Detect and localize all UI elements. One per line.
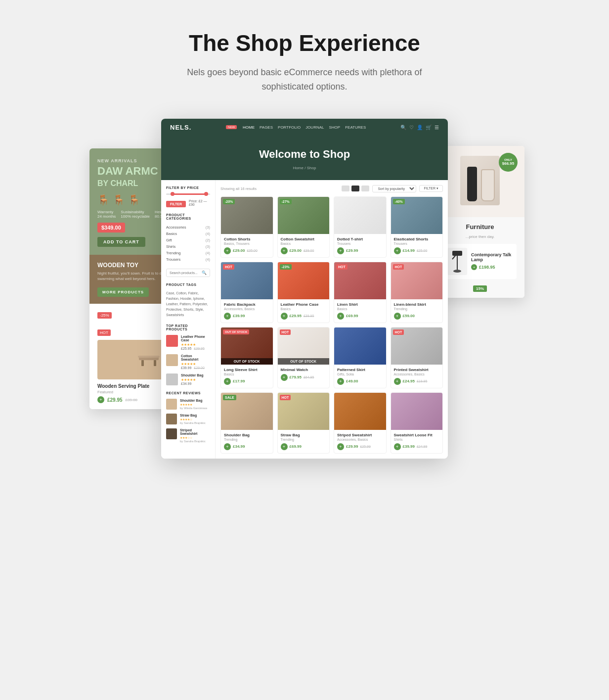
category-name: Accessories xyxy=(166,225,186,230)
add-to-cart-btn[interactable]: + xyxy=(224,247,231,254)
out-of-stock-overlay: OUT OF STOCK xyxy=(221,358,273,365)
list-view-btn[interactable] xyxy=(342,186,349,191)
user-icon[interactable]: 👤 xyxy=(417,125,423,130)
search-input[interactable] xyxy=(170,271,202,275)
bottle-shape xyxy=(467,167,477,201)
category-shirts[interactable]: Shirts (3) xyxy=(166,243,210,250)
product-card-elasticated-shorts[interactable]: -40% Elasticated Shorts Trousers + £14.9… xyxy=(391,196,443,258)
top-product-shoulder[interactable]: Shoulder Bag ★★★★★ £34.99 xyxy=(166,373,210,385)
price-handle-right[interactable] xyxy=(204,192,208,196)
old-price: £35.00 xyxy=(247,249,257,252)
add-to-cart-btn[interactable]: + xyxy=(224,443,231,450)
product-category: Accessories, Basics xyxy=(224,307,270,311)
search-icon[interactable]: 🔍 xyxy=(400,125,406,130)
search-box[interactable]: 🔍 xyxy=(166,269,210,277)
filter-btn-main[interactable]: FILTER ▾ xyxy=(419,185,443,192)
product-price: + £24.95 £19.95 xyxy=(394,378,440,385)
product-card-phone-case[interactable]: -23% Leather Phone Case Basics + £29.95 … xyxy=(277,262,330,323)
add-to-cart-btn[interactable]: + xyxy=(394,378,401,385)
add-btn[interactable]: + xyxy=(97,396,104,403)
category-trousers[interactable]: Trousers (4) xyxy=(166,256,210,263)
wishlist-icon[interactable]: ♡ xyxy=(409,125,414,130)
svg-rect-3 xyxy=(138,356,160,358)
lamp-image xyxy=(447,248,467,275)
product-card-striped-sweatshirt[interactable]: Striped Sweatshirt Accessories, Basics +… xyxy=(334,392,387,454)
top-product-image xyxy=(166,373,178,385)
add-to-cart-btn[interactable]: + xyxy=(281,443,288,450)
add-to-cart-button[interactable]: ADD TO CART xyxy=(97,237,145,247)
menu-icon[interactable]: ☰ xyxy=(435,125,439,130)
product-card-shoulder-bag[interactable]: SALE Shoulder Bag Trending + £34.99 xyxy=(220,392,273,454)
add-to-cart-btn[interactable]: + xyxy=(394,443,401,450)
filter-button[interactable]: FILTER xyxy=(166,201,186,207)
product-info: Leather Phone Case Basics + £29.95 £39.9… xyxy=(278,299,330,323)
product-info: Shoulder Bag Trending + £34.99 xyxy=(221,430,273,453)
product-card-printed-sweatshirt[interactable]: HOT Printed Sweatshirt Accessories, Basi… xyxy=(391,327,443,388)
product-price: + £29.99 £25.99 xyxy=(337,443,383,450)
add-to-cart-btn[interactable]: + xyxy=(224,313,231,320)
product-name: Leather Phone Case xyxy=(281,302,327,307)
cart-icon[interactable]: 🛒 xyxy=(426,125,432,130)
nav-portfolio[interactable]: PORTFOLIO xyxy=(278,125,301,130)
nav-pages[interactable]: PAGES xyxy=(260,125,273,130)
add-to-cart-btn[interactable]: + xyxy=(281,247,288,254)
add-to-cart-btn[interactable]: + xyxy=(281,374,288,381)
add-to-cart-btn[interactable]: + xyxy=(281,313,288,320)
right-card: ONLY $66.95 Furniture ...price then day. xyxy=(435,146,524,298)
price-filter: FILTER BY PRICE FILTER Price: £2 — £90 xyxy=(166,186,210,207)
compact-view-btn[interactable] xyxy=(361,186,369,191)
product-price: + £69.99 xyxy=(337,313,383,320)
tags-section: PRODUCT TAGS Case, Cotton, Fabric, Fashi… xyxy=(166,283,210,318)
lamp-name: Contemporary Talk Lamp xyxy=(471,252,513,262)
product-card-linen-skirt[interactable]: HOT Linen-blend Skirt Trending + £59.00 xyxy=(391,262,443,323)
product-card-linen-shirt[interactable]: HOT Linen Shirt Basics + £69.99 xyxy=(334,262,387,323)
product-name: Long Sleeve Shirt xyxy=(224,368,270,372)
more-products-button[interactable]: MORE PRODUCTS xyxy=(97,287,149,297)
sort-select[interactable]: Sort by popularity xyxy=(372,185,416,192)
nav-journal[interactable]: JOURNAL xyxy=(305,125,324,130)
recent-reviews-section: RECENT REVIEWS Shoulder Bag ★★★★★ by Win… xyxy=(166,391,210,443)
product-image: HOT xyxy=(391,262,443,299)
add-to-cart-btn[interactable]: + xyxy=(394,247,401,254)
product-category: Shirts xyxy=(394,438,440,441)
price-handle-left[interactable] xyxy=(171,192,174,196)
grid-view-btn[interactable] xyxy=(351,186,359,191)
add-to-cart-btn[interactable]: + xyxy=(224,378,231,385)
nav-home[interactable]: HOME xyxy=(243,125,255,130)
top-product-sweatshirt[interactable]: Cotton Sweatshirt ★★★★★ £39.99 £29.00 xyxy=(166,354,210,370)
product-card-watch[interactable]: HOT OUT OF STOCK Minimal Watch + £79.95 … xyxy=(277,327,330,388)
current-price: £17.99 xyxy=(233,379,245,383)
old-price: £39.95 xyxy=(304,314,314,318)
product-card-cotton-shorts[interactable]: -20% Cotton Shorts Basics, Trousers + £2… xyxy=(220,196,273,258)
product-card-patterned-skirt[interactable]: Patterned Skirt Gifts, Solia + £49.00 xyxy=(334,327,387,388)
category-gift[interactable]: Gift (2) xyxy=(166,237,210,243)
add-to-cart-btn[interactable]: + xyxy=(337,247,344,254)
nav-features[interactable]: FEATURES xyxy=(345,125,366,130)
add-to-cart-btn[interactable]: + xyxy=(394,313,401,320)
product-card-straw-bag[interactable]: HOT Straw Bag Trending + £69.99 xyxy=(277,392,330,454)
nav-items: NEW HOME PAGES PORTFOLIO JOURNAL SHOP FE… xyxy=(226,125,366,130)
chair-icon-2: 🪑 xyxy=(113,194,125,206)
product-name: Dotted T-shirt xyxy=(337,237,383,241)
product-card-long-sleeve[interactable]: OUT OF STOCK OUT OF STOCK Long Sleeve Sh… xyxy=(220,327,273,388)
product-card-cotton-sweatshirt[interactable]: -27% Cotton Sweatshirt Basics + £29.00 £… xyxy=(277,196,330,258)
category-accessories[interactable]: Accessories (3) xyxy=(166,224,210,231)
svg-rect-2 xyxy=(154,360,156,366)
add-lamp-btn[interactable]: + xyxy=(471,264,477,270)
product-price: + £29.00 £35.00 xyxy=(224,247,270,254)
price-slider-track[interactable] xyxy=(166,193,210,195)
product-image: SALE xyxy=(221,393,273,430)
nav-shop[interactable]: SHOP xyxy=(329,125,340,130)
lamp-product-card[interactable]: Contemporary Talk Lamp + £198.95 xyxy=(443,244,517,279)
product-card-backpack[interactable]: HOT Fabric Backpack Accessories, Basics … xyxy=(220,262,273,323)
shop-hero-title: Welcome to Shop xyxy=(171,148,438,161)
add-to-cart-btn[interactable]: + xyxy=(337,313,344,320)
top-product-leather[interactable]: Leather Phone Case ★★★★★ £25.95 £39.95 xyxy=(166,335,210,350)
product-card-sweatshirt-loose[interactable]: Sweatshirt Loose Fit Shirts + £39.99 £24… xyxy=(391,392,443,454)
product-card-dotted-tshirt[interactable]: Dotted T-shirt Trousers + £29.99 xyxy=(334,196,387,258)
product-category: Accessories, Basics xyxy=(394,373,440,376)
category-basics[interactable]: Basics (4) xyxy=(166,231,210,237)
add-to-cart-btn[interactable]: + xyxy=(337,378,344,385)
category-trending[interactable]: Trending (4) xyxy=(166,250,210,256)
add-to-cart-btn[interactable]: + xyxy=(337,443,344,450)
